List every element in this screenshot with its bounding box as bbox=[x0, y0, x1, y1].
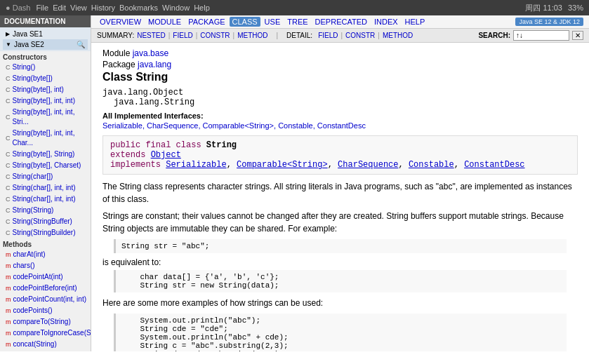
sidebar-item-java-se2[interactable]: ▼ Java SE2 🔍 bbox=[3, 39, 88, 50]
sidebar-item[interactable]: mconcat(String) bbox=[0, 339, 91, 350]
summary-field[interactable]: FIELD bbox=[173, 32, 192, 39]
arrow-icon: ▶ bbox=[6, 31, 10, 37]
menu-history[interactable]: History bbox=[91, 4, 115, 12]
method-icon: m bbox=[6, 318, 11, 327]
method-icon: m bbox=[6, 295, 11, 304]
impl-constable[interactable]: Constable bbox=[409, 160, 454, 170]
method-icon: m bbox=[6, 329, 11, 338]
documentation-header: DOCUMENTATION bbox=[0, 15, 91, 27]
class-icon: C bbox=[6, 63, 11, 72]
nav-use[interactable]: USE bbox=[262, 17, 284, 27]
nav-class[interactable]: CLASS bbox=[230, 17, 260, 27]
search-icon-sidebar[interactable]: 🔍 bbox=[77, 41, 85, 48]
sidebar-item[interactable]: CString(byte[], int, int, Stri... bbox=[0, 107, 91, 128]
interface-charsequence[interactable]: CharSequence bbox=[147, 121, 198, 130]
impl-charsequence[interactable]: CharSequence bbox=[338, 160, 398, 170]
class-icon: C bbox=[6, 86, 11, 95]
interface-constable[interactable]: Constable bbox=[278, 121, 313, 130]
sidebar-item[interactable]: CString(byte[], int, int, Char... bbox=[0, 128, 91, 149]
menu-bookmarks[interactable]: Bookmarks bbox=[119, 4, 158, 12]
class-icon: C bbox=[6, 150, 11, 159]
hierarchy-2: java.lang.String bbox=[114, 97, 578, 107]
here-are-text: Here are some more examples of how strin… bbox=[102, 297, 578, 309]
sidebar-item[interactable]: CString(byte[]) bbox=[0, 73, 91, 84]
sidebar-item-java-se1[interactable]: ▶ Java SE1 bbox=[3, 29, 88, 39]
interface-constantdesc[interactable]: ConstantDesc bbox=[317, 121, 366, 130]
class-declaration: public final class String extends Object… bbox=[102, 135, 578, 175]
class-icon: C bbox=[6, 195, 11, 204]
package-info: Package java.lang bbox=[102, 60, 578, 69]
search-bar: SEARCH: ✕ bbox=[478, 30, 583, 41]
impl-comparable[interactable]: Comparable<String> bbox=[237, 160, 328, 170]
menu-view[interactable]: View bbox=[70, 4, 87, 12]
search-close-button[interactable]: ✕ bbox=[572, 31, 583, 40]
detail-field[interactable]: FIELD bbox=[318, 32, 338, 39]
nav-overview[interactable]: OVERVIEW bbox=[97, 17, 144, 27]
sidebar-item[interactable]: CString(byte[], int, int) bbox=[0, 95, 91, 107]
impl-serializable[interactable]: Serializable bbox=[166, 160, 226, 170]
impl-constantdesc[interactable]: ConstantDesc bbox=[464, 160, 524, 170]
sidebar-item[interactable]: mcodePointAt(int) bbox=[0, 271, 91, 283]
nav-deprecated[interactable]: DEPRECATED bbox=[312, 17, 370, 27]
sidebar-item[interactable]: CString(StringBuffer) bbox=[0, 216, 91, 227]
arrow-icon-2: ▼ bbox=[6, 41, 11, 48]
sidebar-item[interactable]: mcompareToIgnoreCase(String) bbox=[0, 328, 91, 339]
menu-help[interactable]: Help bbox=[194, 4, 210, 12]
summary-constr[interactable]: CONSTR bbox=[200, 32, 230, 39]
sidebar: DOCUMENTATION ▶ Java SE1 ▼ Java SE2 🔍 Co… bbox=[0, 15, 91, 351]
detail-constr[interactable]: CONSTR bbox=[345, 32, 375, 39]
detail-method[interactable]: METHOD bbox=[383, 32, 413, 39]
package-label: Package bbox=[102, 60, 135, 69]
sidebar-item[interactable]: mcodePointCount(int, int) bbox=[0, 294, 91, 305]
summary-label: SUMMARY: bbox=[97, 32, 134, 39]
menu-edit[interactable]: Edit bbox=[53, 4, 66, 12]
sidebar-item[interactable]: CString(byte[], String) bbox=[0, 149, 91, 160]
sidebar-item[interactable]: CString(char[]) bbox=[0, 171, 91, 182]
interface-comparable[interactable]: Comparable<String> bbox=[203, 121, 274, 130]
sidebar-item[interactable]: CString() bbox=[0, 62, 91, 73]
module-info: Module java.base bbox=[102, 48, 578, 58]
sidebar-item[interactable]: CString(StringBuilder) bbox=[0, 227, 91, 238]
sidebar-item[interactable]: mchars() bbox=[0, 260, 91, 271]
class-icon: C bbox=[6, 184, 11, 193]
sidebar-item[interactable]: CString(byte[], Charset) bbox=[0, 160, 91, 171]
interface-serializable[interactable]: Serializable bbox=[102, 121, 143, 130]
class-icon: C bbox=[6, 113, 11, 122]
desc-2: Strings are constant; their values canno… bbox=[102, 210, 578, 235]
nav-index[interactable]: INDEX bbox=[371, 17, 401, 27]
nav-module[interactable]: MODULE bbox=[145, 17, 184, 27]
summary-method[interactable]: METHOD bbox=[237, 32, 267, 39]
menu-file[interactable]: File bbox=[36, 4, 48, 12]
summary-nested[interactable]: NESTED bbox=[137, 32, 166, 39]
package-name-link[interactable]: java.lang bbox=[138, 60, 171, 69]
module-label: Module bbox=[102, 48, 130, 58]
nav-tree[interactable]: TREE bbox=[284, 17, 310, 27]
content-area: OVERVIEW MODULE PACKAGE CLASS USE TREE D… bbox=[91, 15, 589, 351]
sidebar-item[interactable]: mcompareTo(String) bbox=[0, 316, 91, 328]
nav-bar: OVERVIEW MODULE PACKAGE CLASS USE TREE D… bbox=[91, 15, 589, 29]
code-block-1: String str = "abc"; bbox=[114, 239, 567, 253]
sidebar-item[interactable]: CString(char[], int, int) bbox=[0, 182, 91, 194]
sidebar-item[interactable]: CString(char[], int, int) bbox=[0, 194, 91, 205]
all-interfaces-label: All Implemented Interfaces: bbox=[102, 112, 578, 120]
code-block-2: char data[] = {'a', 'b', 'c'}; String st… bbox=[114, 270, 567, 292]
sidebar-item[interactable]: mcontains(CharSequence) bbox=[0, 350, 91, 351]
module-name-link[interactable]: java.base bbox=[133, 48, 168, 58]
methods-label: Methods bbox=[0, 238, 91, 249]
nav-package[interactable]: PACKAGE bbox=[185, 17, 227, 27]
battery-display: 33% bbox=[568, 4, 583, 12]
sidebar-item[interactable]: CString(byte[], int) bbox=[0, 84, 91, 95]
menu-window[interactable]: Window bbox=[162, 4, 190, 12]
search-label: SEARCH: bbox=[478, 32, 510, 39]
search-input[interactable] bbox=[513, 30, 569, 41]
sidebar-item[interactable]: mcharAt(int) bbox=[0, 249, 91, 260]
hierarchy: java.lang.Object java.lang.String bbox=[102, 88, 578, 107]
extends-object[interactable]: Object bbox=[151, 150, 181, 160]
nav-help[interactable]: HELP bbox=[402, 17, 428, 27]
method-icon: m bbox=[6, 284, 11, 293]
sidebar-item[interactable]: mcodePoints() bbox=[0, 305, 91, 316]
sidebar-item[interactable]: CString(String) bbox=[0, 205, 91, 216]
interfaces-list: Serializable, CharSequence, Comparable<S… bbox=[102, 121, 578, 130]
sidebar-item[interactable]: mcodePointBefore(int) bbox=[0, 283, 91, 294]
detail-label: DETAIL: bbox=[286, 32, 312, 39]
